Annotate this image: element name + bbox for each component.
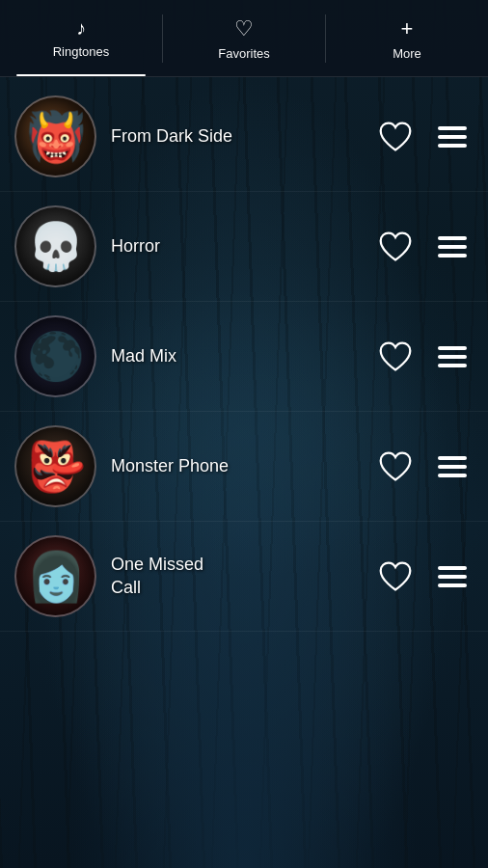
favorite-button[interactable]	[374, 226, 417, 268]
menu-button[interactable]	[431, 446, 474, 488]
menu-button[interactable]	[431, 556, 474, 598]
menu-line	[438, 575, 467, 579]
ringtone-name: Horror	[111, 236, 360, 257]
heart-icon	[378, 449, 413, 484]
heart-icon	[378, 230, 413, 264]
menu-line	[438, 364, 467, 367]
menu-line	[438, 135, 467, 139]
ringtone-name: One Missed Call	[111, 554, 360, 599]
heart-icon	[378, 120, 413, 154]
avatar	[14, 315, 96, 397]
tab-more-label: More	[393, 46, 421, 61]
menu-button[interactable]	[431, 226, 474, 268]
menu-line	[438, 236, 467, 240]
favorite-button[interactable]	[374, 116, 417, 158]
tab-favorites[interactable]: ♡ Favorites	[163, 0, 325, 76]
menu-button[interactable]	[431, 116, 474, 158]
list-item[interactable]: From Dark Side	[0, 82, 488, 192]
ringtone-name: Mad Mix	[111, 346, 360, 366]
list-item[interactable]: Horror	[0, 192, 488, 302]
favorite-button[interactable]	[374, 446, 417, 488]
menu-line	[438, 254, 467, 258]
tab-bar: ♪ Ringtones ♡ Favorites + More	[0, 0, 488, 77]
tab-favorites-label: Favorites	[218, 46, 269, 61]
avatar	[14, 205, 96, 287]
ringtone-name: Monster Phone	[111, 456, 360, 476]
tab-more[interactable]: + More	[326, 0, 488, 76]
heart-icon	[378, 339, 413, 374]
list-item[interactable]: Monster Phone	[0, 412, 488, 522]
menu-line	[438, 126, 467, 130]
heart-tab-icon: ♡	[234, 16, 254, 41]
menu-line	[438, 465, 467, 469]
menu-line	[438, 456, 467, 460]
ringtone-name: From Dark Side	[111, 126, 360, 147]
menu-line	[438, 346, 467, 350]
ringtone-list: From Dark Side Horror Mad Mix	[0, 77, 488, 637]
list-item[interactable]: Mad Mix	[0, 302, 488, 412]
music-icon: ♪	[76, 17, 86, 40]
favorite-button[interactable]	[374, 556, 417, 598]
menu-line	[438, 144, 467, 148]
menu-line	[438, 245, 467, 249]
avatar	[14, 95, 96, 177]
favorite-button[interactable]	[374, 336, 417, 378]
menu-button[interactable]	[431, 336, 474, 378]
menu-line	[438, 566, 467, 570]
list-item[interactable]: One Missed Call	[0, 522, 488, 632]
menu-line	[438, 474, 467, 477]
menu-line	[438, 355, 467, 359]
tab-ringtones[interactable]: ♪ Ringtones	[0, 0, 162, 76]
tab-ringtones-label: Ringtones	[53, 44, 110, 59]
plus-icon: +	[401, 16, 414, 41]
menu-line	[438, 583, 467, 587]
avatar	[14, 425, 96, 507]
avatar	[14, 535, 96, 617]
heart-icon	[378, 559, 413, 594]
